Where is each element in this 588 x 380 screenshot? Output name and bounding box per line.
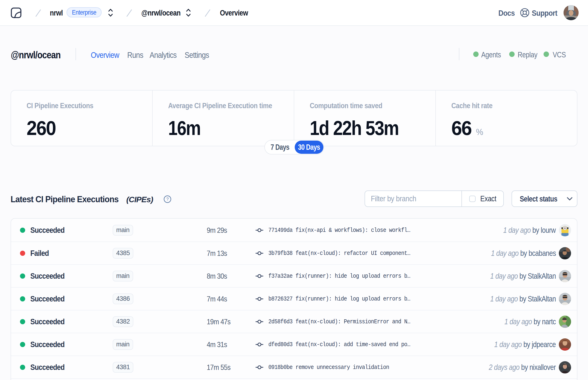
svg-text:?: ? [166,197,169,202]
